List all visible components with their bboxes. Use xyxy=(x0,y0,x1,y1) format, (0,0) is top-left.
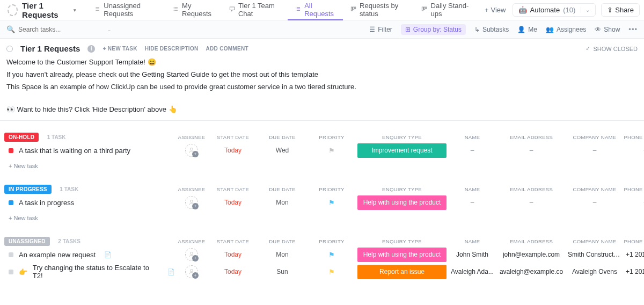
space-title[interactable]: Tier 1 Requests ▾ xyxy=(22,1,76,19)
phone-cell[interactable]: – xyxy=(624,147,644,154)
tab-requests-by-status[interactable]: Requests by status xyxy=(343,0,414,20)
assignee-cell[interactable] xyxy=(175,265,208,278)
status-pill[interactable]: UNASSIGNED xyxy=(4,237,50,246)
collapse-icon[interactable] xyxy=(6,46,13,52)
new-task-link[interactable]: + New task xyxy=(0,211,644,225)
col-email[interactable]: EMAIL ADDRESS xyxy=(497,186,566,192)
col-assignee[interactable]: ASSIGNEE xyxy=(175,238,208,244)
col-field-name[interactable]: NAME xyxy=(448,134,497,140)
tab-my-requests[interactable]: My Requests xyxy=(165,0,222,20)
task-name[interactable]: A task that is waiting on a third party xyxy=(4,147,175,155)
col-phone[interactable]: PHONE NUMBER xyxy=(624,186,644,192)
space-icon[interactable] xyxy=(8,4,18,16)
phone-cell[interactable]: +1 201 555 555 xyxy=(624,251,644,258)
phone-cell[interactable]: +1 201 666 666 xyxy=(624,268,644,275)
due-date-cell[interactable]: Sun xyxy=(258,268,307,275)
start-date-cell[interactable]: Today xyxy=(208,251,258,258)
chevron-down-icon[interactable]: ⌄ xyxy=(107,27,112,32)
email-cell[interactable]: – xyxy=(497,147,566,154)
priority-cell[interactable]: ⚑ xyxy=(307,251,356,259)
add-view-button[interactable]: + View xyxy=(479,4,511,16)
automate-button[interactable]: 🤖 Automate (10) ⌄ xyxy=(513,3,596,17)
hide-description-button[interactable]: HIDE DESCRIPTION xyxy=(145,46,199,52)
col-due-date[interactable]: DUE DATE xyxy=(258,238,307,244)
start-date-cell[interactable]: Today xyxy=(208,199,258,206)
status-dot[interactable] xyxy=(9,270,13,274)
col-enquiry-type[interactable]: ENQUIRY TYPE xyxy=(356,186,448,192)
col-start-date[interactable]: START DATE xyxy=(208,238,258,244)
col-priority[interactable]: PRIORITY xyxy=(307,238,356,244)
start-date-cell[interactable]: Today xyxy=(208,268,258,275)
priority-cell[interactable]: ⚑ xyxy=(307,147,356,155)
col-company[interactable]: COMPANY NAME xyxy=(566,186,624,192)
status-dot[interactable] xyxy=(9,252,13,257)
new-task-button[interactable]: NEW TASK xyxy=(103,46,137,52)
col-assignee[interactable]: ASSIGNEE xyxy=(175,186,208,192)
assignee-cell[interactable] xyxy=(175,248,208,261)
col-phone[interactable]: PHONE NUMBER xyxy=(624,238,644,244)
name-cell[interactable]: – xyxy=(448,147,497,154)
task-row[interactable]: A task in progress Today Mon ⚑ Help with… xyxy=(0,194,644,211)
col-start-date[interactable]: START DATE xyxy=(208,186,258,192)
enquiry-cell[interactable]: Help with using the product xyxy=(356,248,448,262)
company-cell[interactable]: – xyxy=(566,199,624,206)
col-company[interactable]: COMPANY NAME xyxy=(566,238,624,244)
new-task-link[interactable]: + New task xyxy=(0,159,644,173)
name-cell[interactable]: Avaleigh Ada... xyxy=(448,268,497,275)
col-enquiry-type[interactable]: ENQUIRY TYPE xyxy=(356,134,448,140)
task-name[interactable]: 👉 Try changing the status to Escalate to… xyxy=(4,264,175,280)
add-comment-button[interactable]: ADD COMMENT xyxy=(206,46,248,52)
col-company[interactable]: COMPANY NAME xyxy=(566,134,624,140)
assignee-placeholder[interactable] xyxy=(185,144,198,157)
tab-team-chat[interactable]: Tier 1 Team Chat xyxy=(222,0,288,20)
task-row[interactable]: An example new request 📄 Today Mon ⚑ Hel… xyxy=(0,246,644,263)
show-closed-button[interactable]: ✓SHOW CLOSED xyxy=(586,45,638,52)
col-assignee[interactable]: ASSIGNEE xyxy=(175,134,208,140)
email-cell[interactable]: avaleigh@example.co xyxy=(497,268,566,275)
task-row[interactable]: 👉 Try changing the status to Escalate to… xyxy=(0,263,644,280)
priority-cell[interactable]: ⚑ xyxy=(307,268,356,276)
assignees-button[interactable]: 👥Assignees xyxy=(546,26,586,33)
chevron-down-icon[interactable]: ⌄ xyxy=(581,7,590,13)
assignee-cell[interactable] xyxy=(175,196,208,209)
status-pill[interactable]: ON-HOLD xyxy=(4,133,39,142)
col-field-name[interactable]: NAME xyxy=(448,238,497,244)
col-due-date[interactable]: DUE DATE xyxy=(258,186,307,192)
col-priority[interactable]: PRIORITY xyxy=(307,186,356,192)
col-field-name[interactable]: NAME xyxy=(448,186,497,192)
task-row[interactable]: A task that is waiting on a third party … xyxy=(0,142,644,159)
share-button[interactable]: ⇪ Share xyxy=(601,3,640,17)
col-enquiry-type[interactable]: ENQUIRY TYPE xyxy=(356,238,448,244)
due-date-cell[interactable]: Mon xyxy=(258,251,307,258)
task-name[interactable]: A task in progress xyxy=(4,199,175,207)
enquiry-cell[interactable]: Improvement request xyxy=(356,143,448,158)
show-button[interactable]: 👁Show xyxy=(595,26,620,33)
subtasks-button[interactable]: ↳Subtasks xyxy=(474,26,509,33)
company-cell[interactable]: – xyxy=(566,147,624,154)
col-start-date[interactable]: START DATE xyxy=(208,134,258,140)
info-icon[interactable]: i xyxy=(87,45,95,53)
group-by-button[interactable]: ⊞Group by: Status xyxy=(401,24,466,35)
tab-all-requests[interactable]: All Requests xyxy=(288,0,343,20)
assignee-placeholder[interactable] xyxy=(185,265,198,278)
due-date-cell[interactable]: Wed xyxy=(258,147,307,154)
tab-unassigned-requests[interactable]: Unassigned Requests xyxy=(87,0,165,20)
company-cell[interactable]: Avaleigh Ovens xyxy=(566,268,624,275)
col-email[interactable]: EMAIL ADDRESS xyxy=(497,238,566,244)
company-cell[interactable]: Smith Construction xyxy=(566,251,624,258)
email-cell[interactable]: john@example.com xyxy=(497,251,566,258)
enquiry-cell[interactable]: Help with using the product xyxy=(356,195,448,210)
more-menu[interactable]: ••• xyxy=(628,25,638,33)
assignee-placeholder[interactable] xyxy=(185,196,198,209)
doc-icon[interactable]: 📄 xyxy=(167,268,175,275)
col-priority[interactable]: PRIORITY xyxy=(307,134,356,140)
start-date-cell[interactable]: Today xyxy=(208,147,258,154)
filter-button[interactable]: ☰Filter xyxy=(369,26,392,33)
assignee-placeholder[interactable] xyxy=(185,248,198,261)
status-pill[interactable]: IN PROGRESS xyxy=(4,185,52,194)
enquiry-cell[interactable]: Report an issue xyxy=(356,265,448,279)
col-phone[interactable]: PHONE NUMBER xyxy=(624,134,644,140)
status-dot[interactable] xyxy=(9,200,13,205)
col-due-date[interactable]: DUE DATE xyxy=(258,134,307,140)
task-name[interactable]: An example new request 📄 xyxy=(4,251,175,259)
